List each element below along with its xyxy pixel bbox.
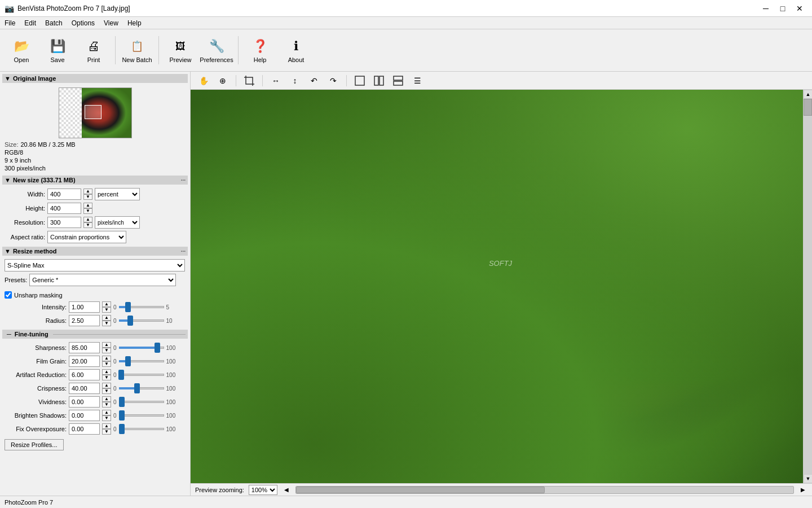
menu-file[interactable]: File <box>0 18 20 28</box>
width-up[interactable]: ▲ <box>83 189 92 194</box>
horizontal-scrollbar[interactable] <box>295 486 794 494</box>
crop-tool-button[interactable] <box>241 73 258 88</box>
artifact-down[interactable]: ▼ <box>102 375 111 380</box>
radius-up[interactable]: ▲ <box>102 315 111 321</box>
intensity-thumb[interactable] <box>125 302 131 312</box>
film-grain-down[interactable]: ▼ <box>102 361 111 367</box>
height-input[interactable] <box>47 203 81 214</box>
vividness-up[interactable]: ▲ <box>102 396 111 402</box>
vividness-slider[interactable] <box>119 398 164 406</box>
crispness-thumb[interactable] <box>134 383 140 393</box>
scroll-thumb[interactable] <box>804 99 812 116</box>
radius-thumb[interactable] <box>127 316 133 326</box>
menu-view[interactable]: View <box>99 18 123 28</box>
resize-profiles-button[interactable]: Resize Profiles... <box>5 439 64 450</box>
brighten-thumb[interactable] <box>119 410 125 421</box>
view-split-h-button[interactable] <box>390 73 407 88</box>
vividness-input[interactable] <box>69 396 100 408</box>
fix-overexposure-down[interactable]: ▼ <box>102 429 111 435</box>
resolution-up[interactable]: ▲ <box>83 217 92 222</box>
open-button[interactable]: 📂 Open <box>5 32 38 69</box>
menu-edit[interactable]: Edit <box>20 18 41 28</box>
brighten-down[interactable]: ▼ <box>102 415 111 421</box>
fix-overexposure-thumb[interactable] <box>119 424 125 434</box>
radius-input[interactable] <box>69 315 100 326</box>
crispness-slider[interactable] <box>119 384 164 392</box>
zoom-select-tool-button[interactable]: ⊕ <box>214 73 231 88</box>
resize-method-select[interactable]: S-Spline Max S-Spline S-Spline Art Lancz… <box>5 259 185 271</box>
scroll-left-arrow[interactable]: ◀ <box>282 485 291 494</box>
about-button[interactable]: ℹ About <box>279 32 313 69</box>
crispness-down[interactable]: ▼ <box>102 388 111 394</box>
height-up[interactable]: ▲ <box>83 203 92 208</box>
width-down[interactable]: ▼ <box>83 194 92 200</box>
scroll-up-button[interactable]: ▲ <box>804 90 812 99</box>
resolution-unit-select[interactable]: pixels/inch pixels/cm <box>95 216 140 229</box>
sharpness-down[interactable]: ▼ <box>102 348 111 353</box>
film-grain-thumb[interactable] <box>125 356 131 366</box>
scroll-down-button[interactable]: ▼ <box>804 474 812 483</box>
intensity-up[interactable]: ▲ <box>102 301 111 307</box>
view-split-v-button[interactable] <box>370 73 387 88</box>
new-size-more[interactable]: ··· <box>181 177 186 183</box>
view-full-button[interactable] <box>351 73 368 88</box>
new-batch-button[interactable]: 📋 New Batch <box>120 32 154 69</box>
radius-down[interactable]: ▼ <box>102 321 111 326</box>
resize-method-header[interactable]: ▼ Resize method ··· <box>2 247 188 256</box>
resolution-input[interactable] <box>47 217 81 228</box>
resolution-down[interactable]: ▼ <box>83 222 92 228</box>
width-input[interactable] <box>47 189 81 200</box>
resize-method-more[interactable]: ··· <box>181 248 186 255</box>
crispness-input[interactable] <box>69 383 100 394</box>
sharpness-input[interactable] <box>69 342 100 353</box>
menu-batch[interactable]: Batch <box>41 18 67 28</box>
view-lines-button[interactable]: ☰ <box>409 73 426 88</box>
fix-overexposure-input[interactable] <box>69 423 100 435</box>
maximize-button[interactable]: □ <box>775 3 791 14</box>
intensity-input[interactable] <box>69 301 100 313</box>
film-grain-input[interactable] <box>69 356 100 367</box>
artifact-up[interactable]: ▲ <box>102 369 111 375</box>
brighten-slider[interactable] <box>119 411 164 419</box>
vividness-down[interactable]: ▼ <box>102 402 111 408</box>
artifact-input[interactable] <box>69 369 100 380</box>
minimize-button[interactable]: ─ <box>758 3 774 14</box>
close-button[interactable]: ✕ <box>792 3 807 14</box>
intensity-slider[interactable] <box>119 303 164 311</box>
height-down[interactable]: ▼ <box>83 208 92 214</box>
aspect-ratio-select[interactable]: Constrain proportions Free Custom <box>47 231 126 243</box>
drag-tool-button[interactable]: ✋ <box>195 73 212 88</box>
artifact-slider[interactable] <box>119 371 164 379</box>
horizontal-scroll-thumb[interactable] <box>296 487 545 493</box>
film-grain-up[interactable]: ▲ <box>102 356 111 361</box>
fix-overexposure-slider[interactable] <box>119 425 164 433</box>
rotate-ccw-button[interactable]: ↶ <box>306 73 323 88</box>
print-button[interactable]: 🖨 Print <box>77 32 111 69</box>
intensity-down[interactable]: ▼ <box>102 307 111 313</box>
artifact-thumb[interactable] <box>118 370 124 380</box>
flip-v-button[interactable]: ↕ <box>286 73 303 88</box>
unsharp-masking-checkbox[interactable] <box>5 291 12 299</box>
sharpness-slider[interactable] <box>119 344 164 352</box>
preview-button[interactable]: 🖼 Preview <box>164 32 197 69</box>
film-grain-slider[interactable] <box>119 357 164 365</box>
vividness-thumb[interactable] <box>119 397 125 407</box>
zoom-select[interactable]: 100% 50% 75% 150% 200% Fit <box>249 485 277 495</box>
flip-h-button[interactable]: ↔ <box>267 73 284 88</box>
scroll-right-arrow[interactable]: ▶ <box>798 485 807 494</box>
new-size-header[interactable]: ▼ New size (333.71 MB) ··· <box>2 176 188 185</box>
menu-options[interactable]: Options <box>67 18 99 28</box>
sharpness-thumb[interactable] <box>155 343 160 353</box>
help-button[interactable]: ❓ Help <box>243 32 277 69</box>
fix-overexposure-up[interactable]: ▲ <box>102 423 111 429</box>
size-unit-select[interactable]: percent pixels inches cm mm <box>95 188 140 200</box>
brighten-up[interactable]: ▲ <box>102 410 111 415</box>
radius-slider[interactable] <box>119 317 164 325</box>
save-button[interactable]: 💾 Save <box>41 32 74 69</box>
sharpness-up[interactable]: ▲ <box>102 342 111 348</box>
presets-select[interactable]: Generic * Generic Portrait Landscape <box>29 274 176 286</box>
menu-help[interactable]: Help <box>123 18 146 28</box>
brighten-input[interactable] <box>69 410 100 421</box>
crispness-up[interactable]: ▲ <box>102 383 111 388</box>
preferences-button[interactable]: 🔧 Preferences <box>200 32 233 69</box>
